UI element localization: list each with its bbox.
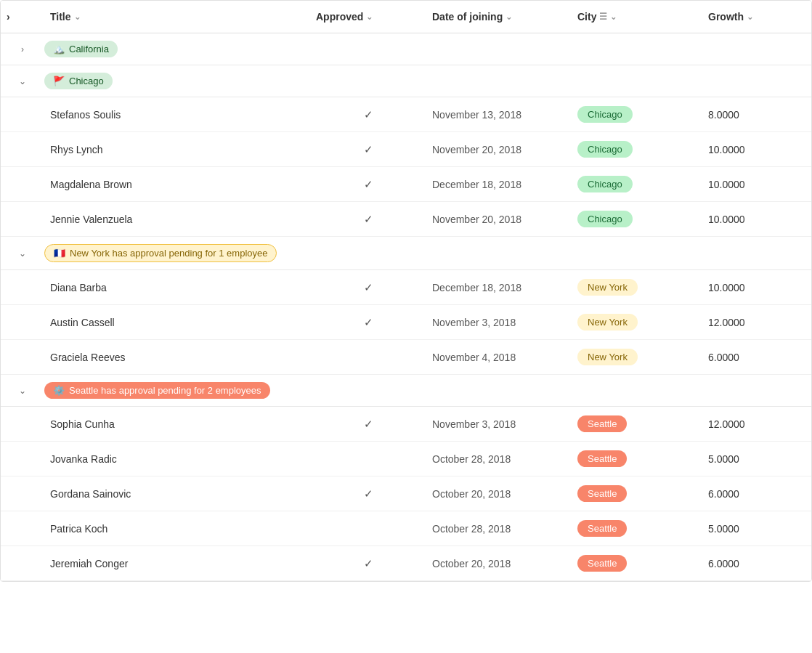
newyork-flag: 🇫🇷 xyxy=(54,248,65,259)
join-date: November 20, 2018 xyxy=(426,214,572,225)
growth-col-header[interactable]: Growth ⌄ xyxy=(702,8,811,25)
employee-name: Diana Barba xyxy=(44,282,310,293)
table-row: Diana Barba ✓ December 18, 2018 New York… xyxy=(1,270,811,305)
join-date: December 18, 2018 xyxy=(426,282,572,293)
city-col: Seattle xyxy=(572,485,702,502)
table-row: Sophia Cunha ✓ November 3, 2018 Seattle … xyxy=(1,407,811,442)
california-toggle[interactable]: › xyxy=(1,44,44,54)
employee-name: Rhys Lynch xyxy=(44,144,310,155)
table-row: Jennie Valenzuela ✓ November 20, 2018 Ch… xyxy=(1,202,811,237)
title-sort-icon: ⌄ xyxy=(74,12,81,22)
city-col-label: City xyxy=(577,11,596,23)
approved-sort-icon: ⌄ xyxy=(366,12,373,22)
table-row: Jeremiah Conger ✓ October 20, 2018 Seatt… xyxy=(1,546,811,581)
employee-name: Stefanos Soulis xyxy=(44,109,310,121)
california-name: California xyxy=(69,44,109,54)
growth-val: 5.0000 xyxy=(702,453,811,465)
approved-col-label: Approved xyxy=(316,11,363,23)
newyork-name: New York has approval pending for 1 empl… xyxy=(70,248,267,259)
growth-val: 12.0000 xyxy=(702,317,811,328)
table-row: Stefanos Soulis ✓ November 13, 2018 Chic… xyxy=(1,97,811,132)
city-col: New York xyxy=(572,279,702,296)
growth-val: 10.0000 xyxy=(702,282,811,293)
newyork-toggle[interactable]: ⌄ xyxy=(1,248,44,259)
growth-val: 6.0000 xyxy=(702,352,811,363)
group-row-chicago: ⌄ 🚩 Chicago xyxy=(1,65,811,97)
city-col: New York xyxy=(572,349,702,365)
city-badge: New York xyxy=(577,349,638,365)
table-header: › Title ⌄ Approved ⌄ Date of joining ⌄ C… xyxy=(1,1,811,33)
city-badge: Seattle xyxy=(577,520,627,537)
city-col: Chicago xyxy=(572,106,702,123)
join-date: November 13, 2018 xyxy=(426,109,572,121)
join-date: November 3, 2018 xyxy=(426,418,572,430)
expand-all-icon[interactable]: › xyxy=(7,11,10,23)
city-col: Seattle xyxy=(572,450,702,467)
table-row: Graciela Reeves November 4, 2018 New Yor… xyxy=(1,340,811,375)
employee-name: Gordana Sainovic xyxy=(44,488,310,500)
city-badge: Chicago xyxy=(577,106,633,123)
table-row: Jovanka Radic October 28, 2018 Seattle 5… xyxy=(1,442,811,476)
approved-check: ✓ xyxy=(310,418,426,431)
growth-val: 12.0000 xyxy=(702,418,811,430)
chicago-name: Chicago xyxy=(69,76,104,86)
city-badge: Chicago xyxy=(577,141,633,158)
employee-name: Graciela Reeves xyxy=(44,352,310,363)
city-badge: Seattle xyxy=(577,555,627,572)
city-filter-icon[interactable]: ☰ xyxy=(599,12,607,22)
table-row: Rhys Lynch ✓ November 20, 2018 Chicago 1… xyxy=(1,132,811,167)
approved-check: ✓ xyxy=(310,213,426,226)
table-row: Magdalena Brown ✓ December 18, 2018 Chic… xyxy=(1,167,811,202)
group-row-seattle: ⌄ ⚙️ Seattle has approval pending for 2 … xyxy=(1,375,811,407)
city-badge: New York xyxy=(577,314,638,330)
group-row-newyork: ⌄ 🇫🇷 New York has approval pending for 1… xyxy=(1,237,811,270)
date-col-header[interactable]: Date of joining ⌄ xyxy=(426,8,572,25)
employee-name: Jennie Valenzuela xyxy=(44,214,310,225)
chicago-badge: 🚩 Chicago xyxy=(44,73,113,89)
title-col-header[interactable]: Title ⌄ xyxy=(44,8,310,25)
expand-all-col[interactable]: › xyxy=(1,8,44,25)
date-col-label: Date of joining xyxy=(432,11,503,23)
growth-sort-icon: ⌄ xyxy=(747,12,753,22)
city-col: Chicago xyxy=(572,211,702,227)
seattle-badge: ⚙️ Seattle has approval pending for 2 em… xyxy=(44,382,270,399)
chicago-toggle[interactable]: ⌄ xyxy=(1,76,44,86)
growth-val: 8.0000 xyxy=(702,109,811,121)
growth-val: 6.0000 xyxy=(702,488,811,500)
date-sort-icon: ⌄ xyxy=(506,12,512,22)
seattle-flag: ⚙️ xyxy=(53,385,65,396)
approved-check: ✓ xyxy=(310,178,426,191)
growth-val: 10.0000 xyxy=(702,144,811,155)
table-row: Gordana Sainovic ✓ October 20, 2018 Seat… xyxy=(1,476,811,511)
join-date: November 20, 2018 xyxy=(426,144,572,155)
join-date: December 18, 2018 xyxy=(426,179,572,190)
city-col: Seattle xyxy=(572,415,702,432)
growth-val: 10.0000 xyxy=(702,179,811,190)
chicago-label: 🚩 Chicago xyxy=(44,73,811,89)
city-badge: Chicago xyxy=(577,211,633,227)
growth-val: 10.0000 xyxy=(702,214,811,225)
approved-check: ✓ xyxy=(310,316,426,329)
seattle-toggle[interactable]: ⌄ xyxy=(1,386,44,396)
employee-name: Sophia Cunha xyxy=(44,418,310,430)
employee-name: Austin Cassell xyxy=(44,317,310,328)
growth-val: 6.0000 xyxy=(702,558,811,569)
employee-name: Jovanka Radic xyxy=(44,453,310,465)
join-date: October 20, 2018 xyxy=(426,558,572,569)
city-badge: Chicago xyxy=(577,176,633,192)
chicago-flag: 🚩 xyxy=(53,76,65,86)
approved-check: ✓ xyxy=(310,557,426,570)
approved-check: ✓ xyxy=(310,143,426,156)
checkmark-icon: ✓ xyxy=(364,557,373,570)
city-col-header[interactable]: City ☰ ⌄ xyxy=(572,8,702,25)
seattle-label: ⚙️ Seattle has approval pending for 2 em… xyxy=(44,382,811,399)
city-badge: Seattle xyxy=(577,450,627,467)
checkmark-icon: ✓ xyxy=(364,178,373,191)
city-sort-icon: ⌄ xyxy=(610,12,617,22)
city-badge: Seattle xyxy=(577,485,627,502)
employee-name: Jeremiah Conger xyxy=(44,558,310,569)
growth-val: 5.0000 xyxy=(702,523,811,535)
checkmark-icon: ✓ xyxy=(364,281,373,294)
checkmark-icon: ✓ xyxy=(364,487,373,500)
approved-col-header[interactable]: Approved ⌄ xyxy=(310,8,426,25)
